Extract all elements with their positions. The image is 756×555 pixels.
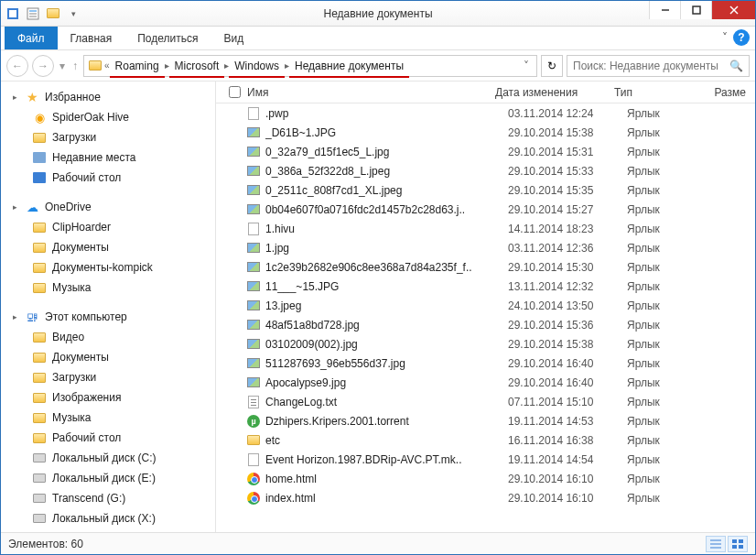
search-input[interactable]: [573, 60, 729, 72]
file-date: 16.11.2014 16:38: [508, 434, 627, 447]
file-row[interactable]: .pwp03.11.2014 12:24Ярлык: [216, 103, 755, 123]
tab-view[interactable]: Вид: [211, 27, 256, 49]
file-row[interactable]: 0_386a_52f322d8_L.jpeg29.10.2014 15:33Яр…: [216, 161, 755, 180]
file-row[interactable]: 0b04e607f0a0716fdc2d1457b2c28d63.j..29.1…: [216, 200, 755, 219]
svg-rect-1: [9, 10, 16, 17]
breadcrumb-windows[interactable]: Windows: [231, 60, 283, 72]
search-box[interactable]: 🔍: [567, 55, 750, 77]
sidebar-item[interactable]: Загрузки: [1, 127, 215, 147]
help-icon[interactable]: ?: [733, 29, 750, 46]
file-date: 07.11.2014 15:10: [508, 396, 627, 408]
forward-button[interactable]: →: [32, 55, 54, 77]
column-size[interactable]: Разме: [706, 86, 755, 99]
file-type: Ярлык: [627, 146, 718, 158]
address-bar[interactable]: « Roaming ▸ Microsoft ▸ Windows ▸ Недавн…: [83, 55, 537, 77]
sidebar-favorites-header[interactable]: ▸★Избранное: [1, 87, 215, 107]
sidebar-item[interactable]: Видео: [1, 327, 215, 347]
sidebar-item[interactable]: Локальный диск (X:): [1, 508, 215, 528]
minimize-button[interactable]: [649, 1, 680, 19]
img-icon: [245, 202, 262, 217]
file-name: ChangeLog.txt: [265, 396, 508, 408]
tab-file[interactable]: Файл: [5, 27, 58, 49]
drive-icon: [32, 511, 47, 526]
sidebar-item-label: Документы: [52, 241, 109, 254]
history-dropdown-icon[interactable]: ▾: [58, 60, 67, 72]
sidebar-item[interactable]: Документы-kompick: [1, 257, 215, 278]
sidebar-item-label: Этот компьютер: [45, 310, 127, 323]
close-button[interactable]: [711, 1, 755, 19]
file-row[interactable]: etc16.11.2014 16:38Ярлык: [216, 430, 755, 450]
file-list[interactable]: .pwp03.11.2014 12:24Ярлык_D61B~1.JPG29.1…: [216, 103, 755, 532]
svg-rect-15: [732, 545, 737, 549]
qat-dropdown-icon[interactable]: ▾: [65, 5, 81, 22]
sidebar-item[interactable]: ◉SpiderOak Hive: [1, 107, 215, 127]
thumbnails-view-button[interactable]: [728, 536, 748, 552]
sidebar-item[interactable]: Локальный диск (E:): [1, 468, 215, 488]
sidebar-item[interactable]: Недавние места: [1, 147, 215, 168]
properties-icon[interactable]: [25, 5, 41, 22]
sidebar-item[interactable]: Музыка: [1, 408, 215, 428]
file-date: 03.11.2014 12:36: [508, 242, 627, 255]
file-type: Ярлык: [627, 434, 718, 447]
status-count-label: Элементов:: [8, 538, 68, 550]
file-date: 19.11.2014 14:53: [508, 415, 627, 428]
file-row[interactable]: µDzhipers.Kripers.2001.torrent19.11.2014…: [216, 411, 755, 430]
address-dropdown-icon[interactable]: ˅: [520, 60, 533, 72]
tab-home[interactable]: Главная: [58, 27, 125, 49]
column-date[interactable]: Дата изменения: [495, 86, 614, 99]
sidebar-item[interactable]: Рабочий стол: [1, 428, 215, 448]
column-type[interactable]: Тип: [614, 86, 706, 99]
file-row[interactable]: 03102009(002).jpg29.10.2014 15:38Ярлык: [216, 334, 755, 354]
folder-icon: [32, 410, 47, 425]
chevron-right-icon[interactable]: ▸: [165, 60, 169, 71]
sidebar-item[interactable]: Transcend (G:): [1, 488, 215, 508]
sidebar-thispc-header[interactable]: ▸🖳Этот компьютер: [1, 307, 215, 327]
file-row[interactable]: 11___~15.JPG13.11.2014 12:32Ярлык: [216, 277, 755, 296]
new-folder-icon[interactable]: [45, 5, 61, 22]
breadcrumb-recent[interactable]: Недавние документы: [291, 60, 407, 72]
file-row[interactable]: 1.jpg03.11.2014 12:36Ярлык: [216, 238, 755, 257]
sidebar-item[interactable]: ClipHoarder: [1, 217, 215, 237]
folder-icon: [32, 350, 47, 365]
search-icon[interactable]: 🔍: [729, 60, 743, 72]
file-row[interactable]: 13.jpeg24.10.2014 13:50Ярлык: [216, 296, 755, 315]
file-row[interactable]: 1c2e39b2682e906c8ee368a7d84a235f_f..29.1…: [216, 257, 755, 277]
file-row[interactable]: 511287693_96eb556d37.jpg29.10.2014 16:40…: [216, 354, 755, 373]
sidebar-item[interactable]: Локальный диск (C:): [1, 448, 215, 468]
details-view-button[interactable]: [706, 536, 726, 552]
maximize-button[interactable]: [680, 1, 711, 19]
file-row[interactable]: 0_2511c_808f7cd1_XL.jpeg29.10.2014 15:35…: [216, 180, 755, 200]
sidebar-item[interactable]: Рабочий стол: [1, 168, 215, 188]
sidebar-item[interactable]: Изображения: [1, 387, 215, 408]
select-all-checkbox[interactable]: [223, 86, 245, 98]
chevron-right-icon[interactable]: ▸: [285, 60, 289, 71]
file-row[interactable]: _D61B~1.JPG29.10.2014 15:38Ярлык: [216, 123, 755, 142]
file-row[interactable]: index.html29.10.2014 16:10Ярлык: [216, 488, 755, 507]
sidebar-item[interactable]: Документы: [1, 347, 215, 367]
window-title: Недавние документы: [323, 7, 432, 20]
column-name[interactable]: Имя: [245, 86, 495, 99]
file-row[interactable]: 0_32a79_d15f1ec5_L.jpg29.10.2014 15:31Яр…: [216, 142, 755, 161]
sidebar-item[interactable]: Загрузки: [1, 367, 215, 387]
sidebar-item[interactable]: Музыка: [1, 278, 215, 298]
chevron-right-icon[interactable]: ▸: [224, 60, 229, 71]
file-row[interactable]: Event Horizon.1987.BDRip-AVC.PT.mk..19.1…: [216, 450, 755, 469]
file-row[interactable]: ChangeLog.txt07.11.2014 15:10Ярлык: [216, 392, 755, 411]
breadcrumb-roaming[interactable]: Roaming: [112, 60, 163, 72]
file-row[interactable]: 1.hivu14.11.2014 18:23Ярлык: [216, 219, 755, 238]
sidebar-onedrive-header[interactable]: ▸☁OneDrive: [1, 197, 215, 217]
file-row[interactable]: Apocalypse9.jpg29.10.2014 16:40Ярлык: [216, 373, 755, 392]
drive-icon: [32, 471, 47, 485]
sidebar-item[interactable]: Документы: [1, 237, 215, 257]
breadcrumb-microsoft[interactable]: Microsoft: [171, 60, 223, 72]
refresh-button[interactable]: ↻: [541, 55, 563, 77]
sidebar-item-label: Избранное: [45, 91, 101, 103]
up-button[interactable]: ↑: [70, 60, 80, 72]
ribbon-expand-icon[interactable]: ˅: [722, 31, 728, 44]
back-button[interactable]: ←: [6, 55, 28, 77]
file-row[interactable]: home.html29.10.2014 16:10Ярлык: [216, 469, 755, 488]
file-name: etc: [265, 434, 508, 447]
tab-share[interactable]: Поделиться: [124, 27, 211, 49]
img-icon: [245, 145, 262, 159]
file-row[interactable]: 48af51a8bd728.jpg29.10.2014 15:36Ярлык: [216, 315, 755, 334]
